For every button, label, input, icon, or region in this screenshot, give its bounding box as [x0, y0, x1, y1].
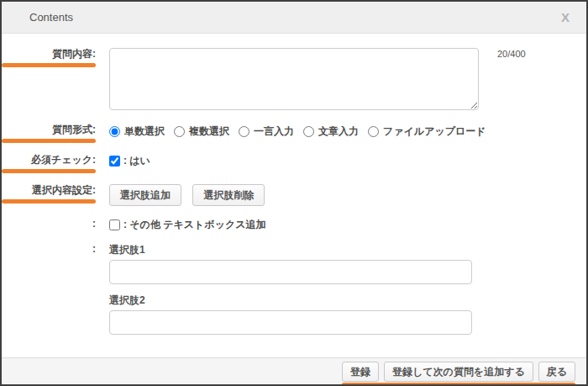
radio-option-text-input[interactable]: 文章入力: [303, 124, 359, 139]
close-icon[interactable]: X: [556, 9, 575, 25]
radio-option-single-select[interactable]: 単数選択: [109, 124, 165, 139]
required-check-label-col: 必須チェック:: [2, 154, 96, 173]
other-option-colon: :: [2, 218, 96, 230]
choice-2-label: 選択肢2: [109, 293, 586, 308]
footer-actions: 登録 登録して次の質問を追加する 戻る: [342, 362, 575, 386]
char-counter: 20/400: [497, 49, 526, 110]
choice-2-input[interactable]: [109, 310, 472, 335]
question-format-label: 質問形式:: [52, 124, 96, 136]
other-option-checkbox[interactable]: [109, 219, 120, 230]
question-content-row: 質問内容: 20/400: [2, 48, 586, 110]
dialog-footer: 登録 登録して次の質問を追加する 戻る: [2, 357, 586, 384]
register-and-next-button[interactable]: 登録して次の質問を追加する: [384, 362, 533, 382]
question-format-label-col: 質問形式:: [2, 124, 96, 143]
choices-colon: :: [2, 243, 96, 256]
radio-option-short-input[interactable]: 一言入力: [239, 124, 294, 139]
required-check-row: 必須チェック: : はい: [2, 154, 586, 173]
question-content-textarea[interactable]: [109, 48, 479, 110]
question-format-radio-group: 単数選択 複数選択 一言入力 文章入力 ファイルアップロード: [109, 124, 586, 139]
choice-1-block: 選択肢1: [109, 243, 586, 284]
choice-2-block: 選択肢2: [109, 293, 586, 335]
other-option-wrap[interactable]: : その他 テキストボックス追加: [109, 218, 586, 232]
register-button[interactable]: 登録: [342, 362, 379, 382]
choice-settings-label-col: 選択内容設定:: [2, 184, 96, 204]
question-format-radio[interactable]: [239, 126, 249, 137]
contents-dialog: Contents X 質問内容: 20/400 質問形式: 単数: [0, 0, 588, 386]
dialog-title: Contents: [29, 11, 556, 24]
back-button[interactable]: 戻る: [538, 362, 575, 382]
question-content-label: 質問内容:: [52, 48, 96, 61]
choice-settings-label: 選択内容設定:: [32, 184, 96, 197]
question-content-label-col: 質問内容:: [2, 48, 96, 67]
choice-1-input[interactable]: [109, 260, 472, 284]
other-option-row: : : その他 テキストボックス追加: [2, 218, 586, 232]
required-checkbox[interactable]: [109, 156, 120, 167]
remove-choice-button[interactable]: 選択肢削除: [192, 184, 265, 206]
question-format-radio[interactable]: [303, 126, 314, 137]
choices-row: : 選択肢1 選択肢2: [2, 243, 586, 344]
accent-underline: [2, 169, 96, 173]
question-format-radio[interactable]: [368, 126, 379, 137]
required-check-wrap[interactable]: : はい: [109, 154, 586, 168]
question-format-row: 質問形式: 単数選択 複数選択 一言入力 文章入力: [2, 124, 586, 143]
choice-settings-row: 選択内容設定: 選択肢追加 選択肢削除: [2, 184, 586, 206]
accent-underline: [2, 199, 96, 204]
accent-underline: [2, 139, 96, 143]
question-format-radio[interactable]: [174, 126, 185, 137]
add-choice-button[interactable]: 選択肢追加: [109, 184, 181, 206]
choice-1-label: 選択肢1: [109, 243, 586, 257]
required-check-label: 必須チェック:: [31, 154, 96, 167]
question-format-radio[interactable]: [109, 126, 120, 137]
dialog-header: Contents X: [2, 2, 586, 34]
accent-underline: [2, 63, 96, 67]
radio-option-multi-select[interactable]: 複数選択: [174, 124, 229, 139]
dialog-body: 質問内容: 20/400 質問形式: 単数選択 複数選択: [2, 34, 586, 357]
footer-accent-underline: [342, 383, 575, 386]
radio-option-file-upload[interactable]: ファイルアップロード: [368, 124, 486, 139]
